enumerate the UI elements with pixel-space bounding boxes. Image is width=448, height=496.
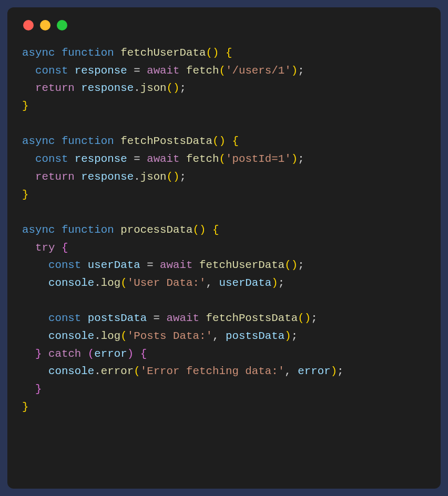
code-token: await [147, 153, 179, 165]
code-token: const [48, 312, 81, 324]
code-token [180, 65, 186, 77]
code-token [55, 135, 61, 147]
code-token: . [134, 171, 140, 183]
code-token: fetchPostsData [206, 312, 298, 324]
code-token: . [134, 82, 140, 94]
code-token: } [35, 383, 42, 395]
code-token: error [298, 365, 330, 377]
code-token: = [140, 259, 160, 271]
code-token: ( [88, 348, 94, 360]
code-token [22, 383, 35, 395]
code-token: await [160, 259, 192, 271]
code-token: , [284, 365, 298, 377]
code-token: () [167, 82, 180, 94]
code-token: error [101, 365, 134, 377]
code-token [206, 224, 212, 236]
code-token [22, 365, 48, 377]
code-token: postsData [226, 330, 284, 342]
code-token: console [48, 365, 94, 377]
code-token: ( [219, 65, 225, 77]
code-token [22, 277, 48, 289]
code-token [180, 153, 186, 165]
code-token: ) [291, 65, 298, 77]
code-token: json [140, 171, 167, 183]
code-token: { [140, 348, 147, 360]
close-icon[interactable] [23, 20, 34, 30]
code-token [199, 312, 206, 324]
code-token [22, 312, 48, 324]
code-token: ; [278, 277, 284, 289]
code-token: ; [180, 171, 186, 183]
code-token: fetchPostsData [120, 135, 212, 147]
code-token [114, 47, 120, 59]
code-token: ; [291, 330, 298, 342]
code-token: { [212, 224, 219, 236]
code-token: response [81, 171, 134, 183]
code-token: ) [331, 365, 337, 377]
code-token [22, 330, 48, 342]
code-token: const [35, 153, 68, 165]
code-token [22, 153, 35, 165]
code-token: return [35, 82, 75, 94]
code-token: '/users/1' [226, 65, 291, 77]
code-token: ) [127, 348, 134, 360]
code-token: { [232, 135, 238, 147]
code-token [226, 135, 232, 147]
code-token [81, 348, 87, 360]
code-token: { [62, 242, 68, 254]
code-token: ) [284, 330, 291, 342]
code-token [75, 82, 81, 94]
code-token [114, 224, 120, 236]
code-token: fetch [186, 65, 219, 77]
code-token: () [284, 259, 298, 271]
code-token: async [22, 224, 55, 236]
code-token [55, 242, 61, 254]
code-token: try [35, 242, 55, 254]
code-token [22, 348, 35, 360]
code-token: async [22, 47, 55, 59]
code-token: } [22, 100, 28, 112]
code-token: fetchUserData [199, 259, 284, 271]
code-token: () [193, 224, 206, 236]
code-token: 'postId=1' [226, 153, 291, 165]
code-token [55, 224, 61, 236]
code-token: ; [337, 365, 343, 377]
code-token: ; [298, 259, 304, 271]
code-token [22, 65, 35, 77]
code-token [22, 82, 35, 94]
code-token: () [298, 312, 311, 324]
minimize-icon[interactable] [40, 20, 50, 30]
code-token [114, 135, 120, 147]
code-token: log [101, 277, 120, 289]
maximize-icon[interactable] [57, 20, 67, 30]
code-token: () [206, 47, 219, 59]
code-token: async [22, 135, 55, 147]
code-token: function [62, 135, 114, 147]
code-token: () [167, 171, 180, 183]
code-token: catch [48, 348, 81, 360]
code-token: } [35, 348, 42, 360]
window-controls [22, 20, 426, 30]
code-token: = [127, 153, 147, 165]
code-token: . [94, 365, 100, 377]
code-token: console [48, 330, 94, 342]
code-token [134, 348, 140, 360]
code-token: console [48, 277, 94, 289]
code-token: ; [298, 153, 304, 165]
code-token: { [226, 47, 232, 59]
code-token: ) [271, 277, 278, 289]
code-token: ( [134, 365, 140, 377]
code-token: ( [219, 153, 225, 165]
code-token: json [140, 82, 167, 94]
code-token [81, 312, 87, 324]
code-token: response [75, 153, 127, 165]
code-block: async function fetchUserData() { const r… [22, 44, 426, 416]
code-token: = [147, 312, 166, 324]
code-token: ( [120, 330, 127, 342]
code-token: function [62, 224, 114, 236]
code-token: , [206, 277, 219, 289]
code-token: } [22, 401, 28, 413]
code-token [219, 47, 225, 59]
code-token: ) [291, 153, 298, 165]
code-token: . [94, 330, 100, 342]
